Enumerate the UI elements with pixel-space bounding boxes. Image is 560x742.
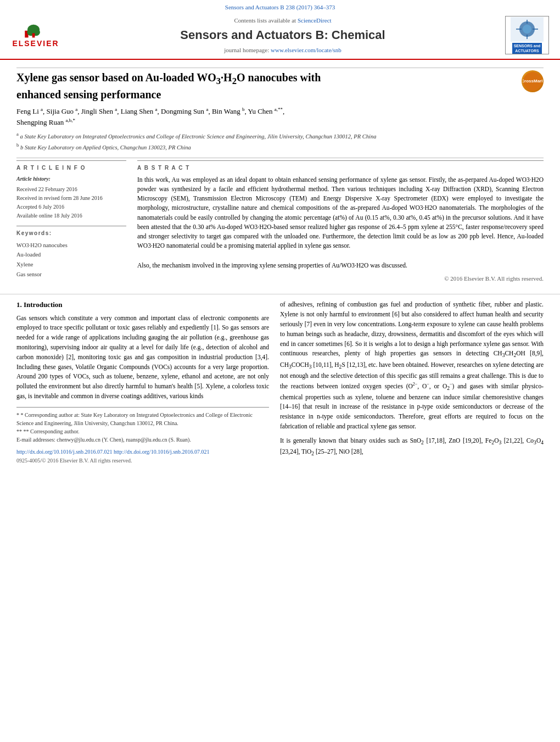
available-date: Available online 18 July 2016 <box>16 211 126 220</box>
footnote-star-text: * * Corresponding author at: State Key L… <box>16 411 269 427</box>
authors: Feng Li a, Sijia Guo a, Jingli Shen a, L… <box>16 106 544 127</box>
sensors-logo-text: SENSORS andACTUATORS <box>512 43 542 54</box>
article-info-abstract: A R T I C L E I N F O Article history: R… <box>16 160 544 283</box>
doi-link-display[interactable]: http://dx.doi.org/10.1016/j.snb.2016.07.… <box>114 449 210 455</box>
intro-heading: 1. Introduction <box>16 300 269 310</box>
abstract-label: A B S T R A C T <box>137 164 544 172</box>
article-container: Xylene gas sensor based on Au-loaded WO3… <box>0 60 560 294</box>
svg-rect-4 <box>32 33 35 37</box>
section-num: 1. <box>16 300 22 309</box>
abstract-section: A B S T R A C T In this work, Au was emp… <box>137 160 544 283</box>
abstract-text: In this work, Au was employed as an idea… <box>137 175 544 251</box>
footnote-star-content: * Corresponding author at: State Key Lab… <box>16 412 253 426</box>
contents-line: Contents lists available at ScienceDirec… <box>60 16 505 25</box>
copyright-line: © 2016 Elsevier B.V. All rights reserved… <box>137 275 544 283</box>
keywords-box: Keywords: WO3·H2O nanocubes Au-loaded Xy… <box>16 226 126 280</box>
article-title: Xylene gas sensor based on Au-loaded WO3… <box>16 70 522 102</box>
main-content: 1. Introduction Gas sensors which consti… <box>0 294 560 470</box>
keyword-4: Gas sensor <box>16 270 126 280</box>
accepted-date: Accepted 6 July 2016 <box>16 203 126 211</box>
sensors-actuators-logo: SENSORS andACTUATORS <box>505 16 549 54</box>
content-col-right: of adhesives, refining of combustion gas… <box>280 300 544 465</box>
issn-line: 0925-4005/© 2016 Elsevier B.V. All right… <box>16 457 269 465</box>
abstract-body: In this work, Au was employed as an idea… <box>137 176 544 249</box>
article-info-box: A R T I C L E I N F O Article history: R… <box>16 160 126 220</box>
footnote-dstar-text: ** ** Corresponding author. <box>16 427 269 436</box>
intro-paragraph1: Gas sensors which constitute a very comm… <box>16 314 269 401</box>
doi-line: Sensors and Actuators B 238 (2017) 364–3… <box>11 3 549 12</box>
received-revised-date: Received in revised form 28 June 2016 <box>16 194 126 203</box>
affil1: a State Key Laboratory on Integrated Opt… <box>20 133 377 140</box>
sciencedirect-link[interactable]: ScienceDirect <box>298 17 332 24</box>
footnote-section: * * Corresponding author at: State Key L… <box>16 407 269 444</box>
elsevier-logo: ELSEVIER <box>11 21 60 49</box>
abstract-text2: Also, the mechanism involved in the impr… <box>137 261 544 270</box>
homepage-line: journal homepage: www.elsevier.com/locat… <box>60 46 505 54</box>
keyword-3: Xylene <box>16 260 126 270</box>
affil2: b State Key Laboratory on Applied Optics… <box>20 144 191 150</box>
abstract-col: A B S T R A C T In this work, Au was emp… <box>137 160 544 283</box>
history-label: Article history: <box>16 175 126 183</box>
content-col-left: 1. Introduction Gas sensors which consti… <box>16 300 269 465</box>
elsevier-text: ELSEVIER <box>12 38 59 49</box>
footnote-email-content: E-mail addresses: chenwy@jlu.edu.cn (Y. … <box>16 437 191 443</box>
article-info-col: A R T I C L E I N F O Article history: R… <box>16 160 126 283</box>
sensors-logo-image <box>511 17 544 42</box>
journal-title-center: Contents lists available at ScienceDirec… <box>60 16 505 55</box>
keyword-1: WO3·H2O nanocubes <box>16 241 126 250</box>
keywords-label: Keywords: <box>16 230 126 237</box>
keyword-2: Au-loaded <box>16 250 126 260</box>
contents-text: Contents lists available at <box>234 17 296 24</box>
footnote-email: E-mail addresses: chenwy@jlu.edu.cn (Y. … <box>16 436 269 444</box>
article-title-row: Xylene gas sensor based on Au-loaded WO3… <box>16 70 544 102</box>
doi-link[interactable]: http://dx.doi.org/10.1016/j.snb.2016.07.… <box>16 449 113 455</box>
intro-paragraph-right2: It is generally known that binary oxides… <box>280 436 544 458</box>
received-date: Received 22 February 2016 <box>16 185 126 194</box>
header-main: ELSEVIER Contents lists available at Sci… <box>11 14 549 59</box>
article-info-label: A R T I C L E I N F O <box>16 164 126 172</box>
crossmark-badge[interactable]: CrossMark <box>522 70 544 92</box>
footnote-dstar-content: ** Corresponding author. <box>24 428 80 434</box>
homepage-link[interactable]: www.elsevier.com/locate/snb <box>271 47 341 53</box>
homepage-label: journal homepage: <box>224 47 269 53</box>
section-title: Introduction <box>24 300 63 309</box>
doi-text: Sensors and Actuators B 238 (2017) 364–3… <box>225 4 335 10</box>
affiliations: a a State Key Laboratory on Integrated O… <box>16 131 544 152</box>
journal-name: Sensors and Actuators B: Chemical <box>60 27 505 44</box>
elsevier-tree-icon <box>22 22 49 38</box>
doi-link-line[interactable]: http://dx.doi.org/10.1016/j.snb.2016.07.… <box>16 448 269 456</box>
svg-point-7 <box>523 25 531 34</box>
intro-paragraph-right: of adhesives, refining of combustion gas… <box>280 300 544 431</box>
journal-header: Sensors and Actuators B 238 (2017) 364–3… <box>0 0 560 60</box>
svg-text:CrossMark: CrossMark <box>523 79 542 84</box>
